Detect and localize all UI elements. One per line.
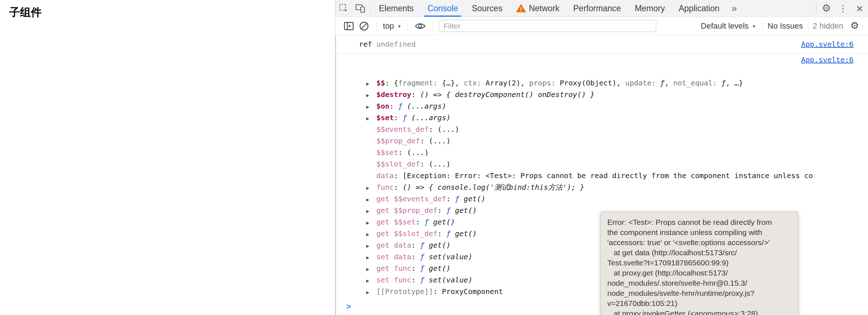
issues-counter[interactable]: No Issues (768, 21, 803, 31)
token: update: (625, 79, 660, 87)
token: ƒ (446, 206, 451, 215)
token: ƒ (424, 218, 429, 226)
create-live-expression-button[interactable] (413, 19, 428, 33)
token: props: (529, 79, 560, 87)
token: $$set (376, 148, 398, 157)
token: : (420, 160, 429, 168)
token: $$prop_def (376, 136, 420, 145)
token: get data (376, 241, 411, 249)
token: get() (424, 241, 450, 249)
disclosure-triangle-icon[interactable]: ▶ (366, 113, 376, 123)
token: ƒ (420, 264, 424, 273)
inspect-element-button[interactable] (335, 0, 352, 17)
token: : (438, 206, 446, 215)
source-link[interactable]: App.svelte:6 (801, 54, 854, 66)
tab-application[interactable]: Application (672, 0, 727, 17)
token: , (665, 79, 673, 87)
token: not_equal: (673, 79, 721, 87)
token: ƒ (721, 79, 726, 87)
tab-sources[interactable]: Sources (465, 0, 509, 17)
tab-label: Elements (379, 4, 414, 13)
tab-label: Network (529, 4, 559, 13)
token: ƒ (402, 113, 407, 122)
warning-icon (516, 4, 526, 13)
clear-console-button[interactable] (356, 19, 372, 33)
disclosure-triangle-icon[interactable]: ▶ (366, 217, 376, 228)
device-toolbar-icon (355, 3, 366, 14)
eye-icon (414, 22, 426, 30)
kebab-menu-button[interactable]: ⋮ (835, 0, 851, 17)
token: : (411, 264, 420, 273)
token: set(value) (424, 252, 472, 261)
disclosure-triangle-icon[interactable]: ▶ (366, 89, 376, 100)
token: () => { console.log('测试bind:this方法'); } (402, 183, 584, 192)
gear-icon: ⚙ (822, 3, 831, 13)
tab-memory[interactable]: Memory (628, 0, 672, 17)
disclosure-triangle-icon[interactable]: ▶ (366, 182, 376, 193)
tree-row[interactable]: ▶$on: ƒ (...args) (335, 100, 868, 112)
console-settings-button[interactable]: ⚙ (847, 19, 862, 33)
filter-input[interactable] (439, 20, 656, 32)
gear-icon: ⚙ (850, 21, 859, 31)
tree-row[interactable]: ▶func: () => { console.log('测试bind:this方… (335, 181, 868, 193)
disclosure-triangle-icon[interactable]: ▶ (366, 205, 376, 216)
disclosure-triangle-icon[interactable]: ▶ (366, 275, 376, 286)
token: (...) (429, 136, 451, 145)
source-link[interactable]: App.svelte:6 (801, 40, 854, 49)
tab-console[interactable]: Console (421, 0, 465, 17)
token: get() (424, 264, 450, 273)
devtools-panel: ElementsConsoleSourcesNetworkPerformance… (335, 0, 868, 315)
show-console-sidebar-button[interactable] (341, 19, 356, 33)
disclosure-triangle-icon[interactable]: ▶ (366, 228, 376, 239)
tree-row[interactable]: ▶$destroy: () => { destroyComponent() on… (335, 89, 868, 100)
settings-gear-button[interactable]: ⚙ (818, 0, 835, 17)
token: ƒ (446, 229, 451, 238)
more-tabs-button[interactable]: » (726, 0, 742, 17)
token: ƒ (398, 102, 402, 110)
tree-row[interactable]: $$set: (...) (335, 147, 868, 158)
token: : (420, 136, 429, 145)
log-levels-dropdown[interactable]: Default levels ▼ (699, 21, 758, 31)
divider (762, 21, 763, 31)
token: : (385, 79, 394, 87)
token: , (520, 79, 529, 87)
tree-row[interactable]: ▶$$: {fragment: {…}, ctx: Array(2), prop… (335, 77, 868, 89)
close-devtools-button[interactable]: × (851, 0, 868, 17)
token: func (376, 183, 394, 192)
tab-performance[interactable]: Performance (566, 0, 628, 17)
page-heading: 子组件 (9, 5, 335, 20)
token: : (398, 148, 407, 157)
token: : (416, 218, 424, 226)
tab-network[interactable]: Network (509, 0, 566, 17)
token: get() (429, 218, 455, 226)
divider (408, 21, 408, 31)
tab-elements[interactable]: Elements (372, 0, 421, 17)
tree-row[interactable]: $$prop_def: (...) (335, 135, 868, 147)
token: get() (451, 206, 477, 215)
token: get $$events_def (376, 194, 446, 203)
console-message[interactable]: ref undefined App.svelte:6 (335, 35, 868, 54)
token: : (394, 171, 402, 180)
token: set func (376, 276, 411, 284)
token: $$ (376, 79, 385, 87)
toggle-device-toolbar-button[interactable] (352, 0, 369, 17)
token: (...args) (402, 102, 446, 110)
disclosure-triangle-icon[interactable]: ▶ (366, 286, 376, 297)
token: { (394, 79, 398, 87)
tree-row[interactable]: ▶get $$events_def: ƒ get() (335, 193, 868, 205)
tree-row[interactable]: data: [Exception: Error: <Test>: Props c… (335, 170, 868, 181)
token: set(value) (424, 276, 472, 284)
tree-row[interactable]: ▶$set: ƒ (...args) (335, 112, 868, 123)
tree-row[interactable]: $$events_def: (...) (335, 123, 868, 135)
disclosure-triangle-icon[interactable]: ▶ (366, 263, 376, 274)
execution-context-selector[interactable]: top ▼ (381, 21, 403, 31)
disclosure-triangle-icon[interactable]: ▶ (366, 101, 376, 112)
error-tooltip: Error: <Test>: Props cannot be read dire… (600, 211, 798, 315)
disclosure-triangle-icon[interactable]: ▶ (366, 78, 376, 89)
object-preview-line[interactable]: ▼proxy {$$: {…}, $destroy: ƒ, $set: ƒ, $… (335, 66, 868, 77)
disclosure-triangle-icon[interactable]: ▶ (366, 194, 376, 205)
tree-row[interactable]: $$slot_def: (...) (335, 158, 868, 170)
disclosure-triangle-icon[interactable]: ▶ (366, 240, 376, 251)
token: (...) (429, 160, 451, 168)
disclosure-triangle-icon[interactable]: ▶ (366, 252, 376, 262)
